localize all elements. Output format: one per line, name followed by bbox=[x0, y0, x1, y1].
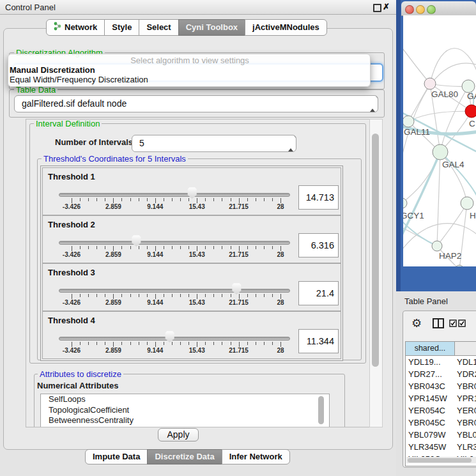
cell-name: YBR0 bbox=[457, 380, 476, 392]
settings-scrollbar-thumb[interactable] bbox=[372, 134, 379, 367]
network-edge[interactable] bbox=[437, 152, 440, 246]
table-row[interactable]: YBR043CYBR0 bbox=[406, 380, 476, 392]
list-item[interactable]: SelfLoops bbox=[41, 394, 329, 405]
red-node[interactable] bbox=[465, 105, 476, 118]
cell-shared-name: YLR345W bbox=[408, 441, 446, 453]
list-item[interactable]: BetweennessCentrality bbox=[41, 415, 329, 426]
checkbox-icon[interactable] bbox=[458, 319, 466, 327]
node-label: C bbox=[469, 119, 475, 128]
GAL4-node[interactable] bbox=[433, 144, 448, 160]
network-window-titlebar[interactable] bbox=[401, 1, 476, 16]
node-attribute-table[interactable]: shared...naYDL19...YDL1YDR27...YDR2YBR04… bbox=[405, 341, 476, 466]
checkbox-icon[interactable] bbox=[449, 319, 457, 327]
settings-scrollbar[interactable] bbox=[369, 119, 383, 427]
slider-tick bbox=[130, 342, 131, 345]
HAP2-node[interactable] bbox=[432, 241, 442, 251]
table-panel-title: Table Panel bbox=[404, 296, 448, 306]
slider-tick bbox=[130, 198, 131, 201]
table-row[interactable]: YBR045CYBR0 bbox=[406, 417, 476, 429]
column-browser-icon[interactable] bbox=[433, 318, 444, 328]
GAL80-node[interactable] bbox=[424, 78, 436, 89]
slider-tick-label: 15.43 bbox=[189, 203, 205, 210]
dropdown-item[interactable]: Manual Discretization bbox=[8, 65, 370, 75]
slider-tick bbox=[155, 246, 156, 251]
tab-impute-data[interactable]: Impute Data bbox=[85, 449, 148, 464]
node-label: HAP2 bbox=[439, 251, 461, 261]
slider-tick bbox=[256, 294, 256, 297]
slider-tick bbox=[247, 294, 248, 297]
table-header-0[interactable]: shared... bbox=[406, 342, 455, 356]
tab-style[interactable]: Style bbox=[104, 19, 139, 36]
tab-network[interactable]: Network bbox=[46, 19, 105, 36]
cell-name: YPR1 bbox=[457, 392, 476, 404]
table-hscrollbar[interactable] bbox=[406, 457, 476, 463]
GAL11-node[interactable] bbox=[403, 116, 414, 127]
bottom-node[interactable] bbox=[455, 265, 464, 266]
threshold-value-field[interactable]: 11.344 bbox=[298, 329, 339, 353]
tab-select[interactable]: Select bbox=[139, 19, 178, 36]
float-window-icon[interactable] bbox=[373, 4, 381, 12]
slider-track[interactable] bbox=[59, 193, 290, 197]
slider-track[interactable] bbox=[59, 241, 290, 245]
table-row[interactable]: YLR345WYLR3 bbox=[406, 441, 476, 453]
desktop-strip bbox=[396, 0, 401, 291]
table-panel-box: ⚙ shared...naYDL19...YDL1YDR27...YDR2YBR… bbox=[403, 311, 476, 468]
dropdown-placeholder: Select algorithm to view settings bbox=[8, 56, 370, 65]
threshold-value-field[interactable]: 14.713 bbox=[298, 185, 339, 210]
table-row[interactable]: YER054CYER0 bbox=[406, 404, 476, 417]
slider-thumb[interactable] bbox=[165, 331, 175, 342]
network-view-canvas[interactable]: GAL80GACGAL11GAL4GCY1HHAP2 bbox=[403, 15, 476, 266]
slider-tick-label: 15.43 bbox=[189, 347, 205, 354]
slider-tick bbox=[147, 198, 148, 201]
table-header-1[interactable]: na bbox=[455, 342, 476, 356]
slider-tick bbox=[88, 294, 89, 297]
network-edge[interactable] bbox=[403, 44, 430, 84]
network-edge[interactable] bbox=[408, 84, 430, 121]
cell-name: YLR3 bbox=[457, 441, 476, 453]
threshold-row: Threshold 3-3.4262.8599.14415.4321.71528… bbox=[42, 263, 341, 311]
table-row[interactable]: YDL19...YDL1 bbox=[406, 356, 476, 368]
slider-tick bbox=[205, 198, 206, 201]
num-intervals-combobox[interactable]: 5 bbox=[132, 135, 296, 152]
tab-discretize-data[interactable]: Discretize Data bbox=[147, 449, 222, 464]
slider-thumb[interactable] bbox=[187, 187, 197, 199]
slider-thumb[interactable] bbox=[231, 283, 242, 295]
tab-jactivemnodules[interactable]: jActiveMNodules bbox=[245, 19, 327, 36]
tab-cyni-toolbox[interactable]: Cyni Toolbox bbox=[178, 19, 245, 36]
panel-title: Control Panel bbox=[5, 3, 56, 12]
close-traffic-light-icon[interactable] bbox=[405, 5, 414, 14]
slider-tick bbox=[105, 294, 105, 297]
list-item[interactable]: TopologicalCoefficient bbox=[41, 405, 329, 416]
table-row[interactable]: YPR145WYPR1 bbox=[406, 392, 476, 404]
numerical-attributes-list[interactable]: SelfLoopsTopologicalCoefficientBetweenne… bbox=[40, 394, 330, 427]
slider-track[interactable] bbox=[59, 337, 290, 341]
attributes-scrollbar[interactable] bbox=[318, 396, 324, 424]
threshold-value-field[interactable]: 21.4 bbox=[298, 281, 339, 305]
slider-thumb[interactable] bbox=[131, 235, 141, 247]
table-row[interactable]: YDR27...YDR2 bbox=[406, 368, 476, 380]
close-icon[interactable]: ✗ bbox=[383, 2, 390, 12]
zoom-traffic-light-icon[interactable] bbox=[427, 5, 436, 14]
minimize-traffic-light-icon[interactable] bbox=[416, 5, 425, 14]
slider-tick bbox=[280, 246, 281, 251]
numerical-attributes-label: Numerical Attributes bbox=[37, 381, 118, 390]
slider-tick bbox=[139, 198, 139, 201]
table-row[interactable]: YBL079WYBL0 bbox=[406, 429, 476, 441]
top-right-node[interactable] bbox=[462, 80, 475, 93]
right-node[interactable] bbox=[461, 197, 473, 210]
tab-infer-network[interactable]: Infer Network bbox=[222, 449, 290, 464]
slider-tick bbox=[113, 246, 114, 251]
slider-tick bbox=[147, 342, 148, 345]
table-data-combobox[interactable]: galFiltered.sif default node bbox=[14, 95, 378, 112]
gear-icon[interactable]: ⚙ bbox=[411, 316, 422, 330]
slider-tick bbox=[121, 294, 122, 297]
cell-name: YDR2 bbox=[457, 368, 476, 380]
slider-tick bbox=[222, 246, 222, 249]
apply-button[interactable]: Apply bbox=[158, 428, 199, 441]
threshold-value-field[interactable]: 6.316 bbox=[298, 233, 339, 257]
network-edge[interactable] bbox=[408, 111, 472, 121]
table-hscrollbar-thumb[interactable] bbox=[408, 458, 472, 463]
slider-tick bbox=[197, 198, 197, 203]
slider-track[interactable] bbox=[59, 289, 290, 293]
dropdown-item[interactable]: Equal Width/Frequency Discretization bbox=[8, 75, 370, 84]
